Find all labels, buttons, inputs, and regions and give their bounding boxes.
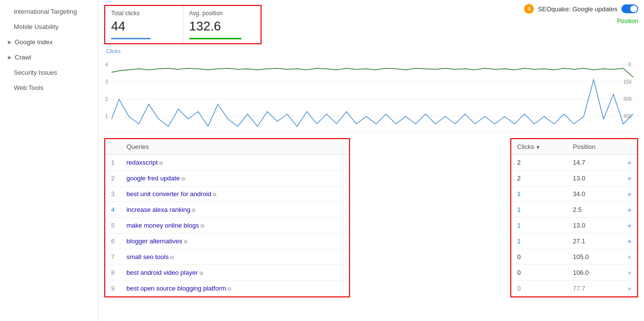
chevron-right-icon: ▶ [8,55,12,60]
query-link[interactable]: small seo tools [126,253,169,261]
sidebar-item-label: Crawl [15,54,31,61]
sidebar-item-google-index[interactable]: ▶ Google Index [0,34,98,50]
clicks-cell: 0 [511,249,567,265]
query-cell[interactable]: best open source blogging platform⧉ [120,281,349,296]
query-link[interactable]: google fred update [126,175,179,182]
external-link-icon: ⧉ [228,286,231,292]
right-position-header[interactable]: Position [567,139,622,155]
arrow-cell[interactable]: » [622,233,637,249]
table-row: 7small seo tools⧉ [105,249,349,265]
seoquake-toggle[interactable] [621,4,638,13]
query-cell[interactable]: best unit converter for android⧉ [120,186,349,202]
arrow-cell[interactable]: » [622,249,637,265]
sidebar-item-security-issues[interactable]: Security Issues [0,65,98,80]
sidebar-item-label: Security Issues [14,69,57,76]
table-row: 5make money online blogs⧉ [105,218,349,233]
query-link[interactable]: best open source blogging platform [126,285,226,292]
seoquake-icon: S [524,4,534,14]
sidebar-item-label: Mobile Usability [14,23,59,30]
external-link-icon: ⧉ [213,192,216,197]
clicks-cell: 2 [511,155,567,171]
external-link-icon: ⧉ [181,176,185,181]
avg-position-box: Avg. position 132.6 [183,6,261,43]
external-link-icon: ⧉ [170,255,174,260]
clicks-cell: 2 [511,171,567,186]
arrow-cell[interactable]: » [622,155,637,171]
queries-table: Queries 1redaxscript⧉2google fred update… [105,139,349,296]
table-row: 113.0» [511,218,637,233]
query-cell[interactable]: best android video player⧉ [120,265,349,281]
arrow-cell[interactable]: » [622,171,637,186]
position-cell: 34.0 [567,186,622,202]
query-cell[interactable]: small seo tools⧉ [120,249,349,265]
query-cell[interactable]: google fred update⧉ [120,171,349,186]
queries-col-num [105,139,120,155]
clicks-cell: 1 [511,186,567,202]
chart-clicks-label: Clicks [104,48,638,54]
right-clicks-header[interactable]: Clicks [511,139,567,155]
position-cell: 105.0 [567,249,622,265]
table-row: 4increase alexa ranking⧉ [105,202,349,218]
chart-svg: 4 3 2 1 0 150 300 450 [104,55,638,134]
arrow-cell[interactable]: » [622,186,637,202]
sidebar-item-mobile-usability[interactable]: Mobile Usability [0,19,98,34]
queries-col-header: Queries [120,139,349,155]
arrow-cell[interactable]: » [622,202,637,218]
right-arrow-header [622,139,637,155]
row-number: 6 [105,233,120,249]
arrow-cell[interactable]: » [622,218,637,233]
table-row: 8best android video player⧉ [105,265,349,281]
row-number: 5 [105,218,120,233]
svg-text:300: 300 [623,96,632,102]
query-cell[interactable]: redaxscript⧉ [120,155,349,171]
position-label: Position [617,18,638,25]
table-row: 2google fred update⧉ [105,171,349,186]
chart-area: Clicks 4 3 2 1 0 150 300 450 [104,48,638,134]
total-clicks-box: Total clicks 44 [105,6,183,43]
position-cell: 13.0 [567,218,622,233]
query-cell[interactable]: make money online blogs⧉ [120,218,349,233]
table-row: 127.1» [511,233,637,249]
table-row: 1redaxscript⧉ [105,155,349,171]
query-link[interactable]: best unit converter for android [126,190,211,198]
external-link-icon: ⧉ [159,160,163,166]
position-cell: 13.0 [567,171,622,186]
table-row: 077.7» [511,281,637,296]
sidebar-item-international-targeting[interactable]: International Targeting [0,4,98,19]
query-link[interactable]: increase alexa ranking [126,206,190,213]
sidebar-item-label: International Targeting [14,8,77,15]
position-cell: 27.1 [567,233,622,249]
table-row: 0105.0» [511,249,637,265]
external-link-icon: ⧉ [201,223,204,229]
query-link[interactable]: make money online blogs [126,222,199,229]
position-cell: 106.0 [567,265,622,281]
query-cell[interactable]: increase alexa ranking⧉ [120,202,349,218]
svg-text:1: 1 [105,114,108,119]
query-link[interactable]: redaxscript [126,159,158,166]
arrow-cell[interactable]: » [622,281,637,296]
total-clicks-value: 44 [111,19,177,34]
position-cell: 77.7 [567,281,622,296]
seoquake-label: SEOquake: Google updates [538,5,617,13]
sidebar-item-crawl[interactable]: ▶ Crawl [0,50,98,65]
position-bar [189,38,242,39]
query-cell[interactable]: blogger alternatives⧉ [120,233,349,249]
svg-text:150: 150 [623,79,632,85]
clicks-cell: 0 [511,265,567,281]
queries-table-container: Queries 1redaxscript⧉2google fred update… [104,138,350,297]
external-link-icon: ⧉ [192,207,195,213]
seoquake-bar: S SEOquake: Google updates [524,4,638,14]
right-table: Clicks Position 214.7»213.0»134.0»12.5»1… [511,139,637,296]
external-link-icon: ⧉ [184,239,187,244]
tables-row: Queries 1redaxscript⧉2google fred update… [104,138,638,297]
arrow-cell[interactable]: » [622,265,637,281]
clicks-cell: 1 [511,233,567,249]
query-link[interactable]: best android video player [126,269,198,276]
sidebar-item-web-tools[interactable]: Web Tools [0,80,98,95]
row-number: 1 [105,155,120,171]
table-row: 213.0» [511,171,637,186]
avg-position-value: 132.6 [189,19,255,34]
clicks-cell: 1 [511,202,567,218]
row-number: 8 [105,265,120,281]
query-link[interactable]: blogger alternatives [126,237,182,245]
